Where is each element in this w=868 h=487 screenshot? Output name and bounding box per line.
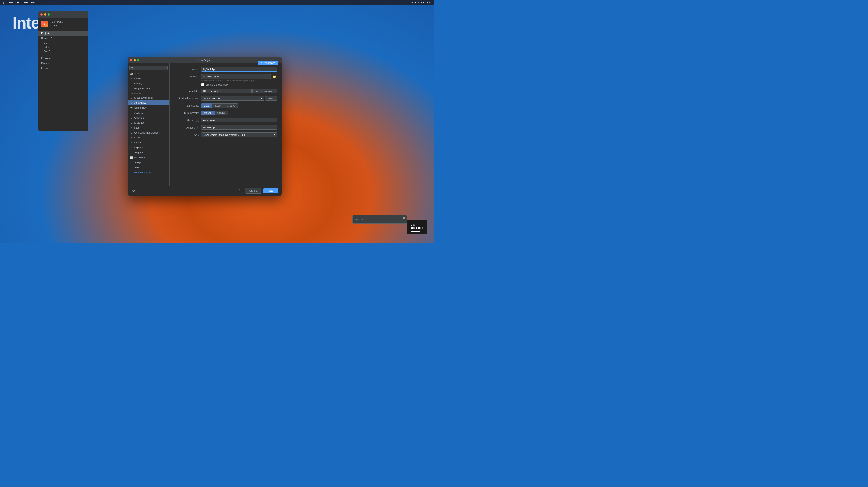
left-item-kotlin[interactable]: K Kotlin: [128, 76, 169, 81]
dialog-search-input[interactable]: [129, 66, 167, 70]
project-path-hint: Project will be created in: ~/IdeaProjec…: [201, 79, 277, 82]
left-item-groovy[interactable]: G Groovy: [128, 81, 169, 86]
group-help-icon[interactable]: ?: [196, 119, 199, 122]
create-repository-button[interactable]: e Repository: [258, 61, 278, 65]
group-input[interactable]: [201, 118, 277, 123]
jetbrains-line1: JET: [411, 223, 424, 227]
dialog-overlay: New Project e Repository ☕ Java K Kotlin: [38, 11, 371, 234]
next-button[interactable]: Next: [263, 188, 278, 194]
file-menu[interactable]: File: [24, 1, 28, 4]
help-button[interactable]: ?: [239, 189, 243, 193]
lang-java-button[interactable]: Java: [201, 103, 212, 108]
jdk-chevron-icon: ▾: [274, 133, 275, 136]
jax-rs-badge[interactable]: JAX-RS resource ▾: [252, 89, 277, 93]
left-item-ktor[interactable]: K Ktor: [128, 125, 169, 130]
build-content: Maven Gradle: [201, 111, 277, 115]
notification-close-button[interactable]: ×: [403, 217, 405, 220]
angular-icon: A: [130, 151, 133, 154]
menu-datetime: Mon 11 Nov 13:08: [411, 1, 431, 4]
apple-menu[interactable]: : [3, 1, 4, 4]
vite-icon: V: [130, 166, 133, 169]
left-item-vite-label: Vite: [134, 166, 139, 169]
form-row-name: Name:: [174, 67, 277, 71]
left-item-express[interactable]: ex Express: [128, 145, 169, 150]
left-item-react-label: React: [134, 141, 141, 144]
groovy-icon: G: [130, 82, 133, 85]
artifact-help-icon[interactable]: ?: [196, 126, 199, 129]
new-server-button[interactable]: New...: [265, 96, 277, 101]
left-item-java[interactable]: ☕ Java: [128, 71, 169, 76]
left-item-maven[interactable]: M Maven Archetype: [128, 95, 169, 100]
left-item-html[interactable]: H HTML: [128, 135, 169, 140]
left-item-react[interactable]: ⚛ React: [128, 140, 169, 145]
artifact-input[interactable]: [201, 125, 277, 130]
build-label: Build system:: [174, 111, 199, 114]
html-icon: H: [130, 136, 133, 139]
jetbrains-line2: BRAINS: [411, 227, 424, 230]
lang-kotlin-button[interactable]: Kotlin: [212, 103, 224, 108]
template-select-row: REST service JAX-RS resource ▾: [201, 89, 277, 93]
dialog-bottom-right: ? Cancel Next: [239, 188, 278, 194]
left-item-vue[interactable]: V Vue.js: [128, 160, 169, 165]
lang-groovy-button[interactable]: Groovy: [224, 103, 238, 108]
app-server-chevron-icon: ▾: [261, 97, 262, 100]
template-select[interactable]: REST service: [201, 89, 252, 93]
vue-icon: V: [130, 161, 133, 164]
ktor-icon: K: [130, 126, 133, 129]
name-label: Name:: [174, 67, 199, 71]
language-label: Language:: [174, 103, 199, 107]
left-item-compose[interactable]: C Compose Multiplatform: [128, 130, 169, 135]
left-item-spring[interactable]: 🌱 Spring Boot: [128, 105, 169, 110]
left-item-vite[interactable]: V Vite: [128, 165, 169, 170]
location-label: Location:: [174, 74, 199, 78]
build-gradle-button[interactable]: Gradle: [215, 111, 228, 115]
name-input[interactable]: [201, 67, 277, 71]
left-item-more-plugins-label: More via plugins...: [134, 171, 153, 174]
cancel-button[interactable]: Cancel: [245, 188, 261, 194]
left-item-quarkus[interactable]: Q Quarkus: [128, 115, 169, 120]
jdk-select[interactable]: 🖥 21 Oracle OpenJDK version 21.0.1 ▾: [201, 132, 277, 137]
ide-plugin-icon: ⬜: [130, 156, 133, 159]
build-btn-group: Maven Gradle: [201, 111, 277, 115]
build-maven-button[interactable]: Maven: [201, 111, 215, 115]
language-content: Java Kotlin Groovy: [201, 103, 277, 108]
app-name-menu[interactable]: IntelliJ IDEA: [7, 1, 21, 4]
left-item-angular[interactable]: A Angular CLI: [128, 150, 169, 155]
location-input[interactable]: [201, 74, 271, 79]
artifact-label-row: Artifact: ?: [174, 126, 199, 129]
express-icon: ex: [130, 146, 133, 149]
left-item-ide-plugin[interactable]: ⬜ IDE Plugin: [128, 155, 169, 160]
browse-button[interactable]: 📁: [272, 74, 277, 79]
settings-icon-button[interactable]: ⚙: [131, 188, 136, 194]
dialog-minimize-dot[interactable]: [133, 59, 136, 61]
javafx-icon: F: [130, 111, 133, 114]
dialog-bottom-bar: ⚙ ? Cancel Next: [128, 186, 282, 196]
app-server-select[interactable]: Tomcat 10.1.31 ▾: [201, 96, 264, 101]
left-item-vue-label: Vue.js: [134, 161, 141, 164]
left-item-empty[interactable]: □ Empty Project: [128, 86, 169, 91]
left-item-micronaut[interactable]: μ Micronaut: [128, 120, 169, 125]
create-git-checkbox[interactable]: [201, 83, 204, 86]
form-row-location: Location: 📁 Project will be created in: …: [174, 74, 277, 86]
left-item-ktor-label: Ktor: [134, 126, 139, 129]
spring-icon: 🌱: [130, 106, 133, 109]
left-item-java-label: Java: [134, 72, 140, 75]
jetbrains-line: [411, 231, 420, 232]
left-item-html-label: HTML: [134, 136, 141, 139]
create-git-label: Create Git repository: [206, 83, 228, 86]
jax-rs-label: JAX-RS resource: [255, 90, 272, 92]
left-item-more-plugins[interactable]: More via plugins...: [128, 170, 169, 175]
left-item-angular-label: Angular CLI: [134, 151, 148, 154]
dialog-maximize-dot[interactable]: [137, 59, 140, 61]
compose-icon: C: [130, 131, 133, 134]
menubar-right: Mon 11 Nov 13:08: [411, 1, 431, 4]
empty-project-icon: □: [130, 87, 133, 90]
help-menu[interactable]: Help: [31, 1, 36, 4]
dialog-close-dot[interactable]: [130, 59, 132, 61]
location-row: 📁: [201, 74, 277, 79]
left-item-quarkus-label: Quarkus: [134, 116, 144, 119]
left-item-javafx[interactable]: F JavaFX: [128, 110, 169, 115]
menubar:  IntelliJ IDEA File Help Mon 11 Nov 13:…: [0, 0, 434, 5]
name-content: [201, 67, 277, 71]
left-item-jakarta[interactable]: J Jakarta EE: [128, 100, 169, 105]
